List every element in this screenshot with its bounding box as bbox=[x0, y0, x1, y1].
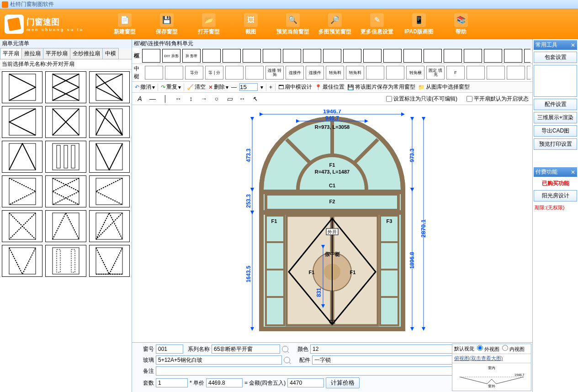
mid-item[interactable] bbox=[366, 66, 384, 79]
ribbon-help[interactable]: 📚帮助 bbox=[442, 13, 480, 36]
unit-cell[interactable] bbox=[45, 141, 86, 173]
ribbon-ipad[interactable]: 📱IPAD版画图 bbox=[400, 13, 438, 36]
check-default-open[interactable]: 平开扇默认为开启状态 bbox=[467, 95, 529, 103]
mid-item[interactable]: 固定 填充 bbox=[426, 66, 445, 79]
unit-cell[interactable] bbox=[45, 71, 86, 103]
frame-shape[interactable] bbox=[223, 49, 241, 63]
btn-export-cad[interactable]: 导出CAD图 bbox=[534, 125, 577, 137]
search-glass-icon[interactable] bbox=[284, 357, 290, 363]
btn-cover-settings[interactable]: 包套设置 bbox=[534, 52, 577, 63]
tool-cursor[interactable]: ↖ bbox=[251, 95, 259, 103]
unit-cell[interactable] bbox=[2, 141, 42, 173]
unit-cell[interactable] bbox=[89, 210, 130, 242]
btn-fitting-settings[interactable]: 配件设置 bbox=[534, 99, 577, 110]
mid-item[interactable] bbox=[386, 66, 404, 79]
ribbon-preview-multi[interactable]: 🔎多图预览窗型 bbox=[316, 13, 354, 36]
frame-shape[interactable] bbox=[202, 49, 221, 63]
tool-text[interactable]: A bbox=[136, 95, 144, 103]
canvas[interactable]: 1946.7 946.7 R=973, L=3058 F1 R=473, L=1… bbox=[132, 105, 532, 342]
ribbon-save[interactable]: 💾保存窗型 bbox=[148, 13, 186, 36]
ribbon-open[interactable]: 📂打开窗型 bbox=[190, 13, 228, 36]
input-qty[interactable] bbox=[156, 378, 188, 387]
mid-item[interactable]: 等 | 分 bbox=[205, 66, 223, 79]
redo-button[interactable]: ↷ 重复 ▾ bbox=[161, 83, 181, 91]
unit-cell[interactable] bbox=[89, 106, 130, 138]
input-unit-price[interactable] bbox=[206, 378, 243, 387]
unit-cell[interactable] bbox=[45, 245, 86, 277]
topview-title[interactable]: 俯视图(双击查看大图) bbox=[452, 354, 531, 363]
tool-arrow-v[interactable]: ↕ bbox=[187, 95, 195, 103]
frame-shape[interactable] bbox=[464, 49, 482, 63]
tab-screen-casement[interactable]: 平开纱扇 bbox=[43, 48, 70, 59]
mid-item[interactable] bbox=[467, 66, 485, 79]
frame-shape[interactable] bbox=[504, 49, 522, 63]
mid-item[interactable] bbox=[165, 66, 183, 79]
save-common-button[interactable]: 💾 将该图片保存为常用窗型 bbox=[347, 83, 415, 91]
mid-item[interactable] bbox=[145, 66, 163, 79]
calc-price-button[interactable]: 计算价格 bbox=[326, 377, 360, 388]
tab-sliding[interactable]: 推拉扇 bbox=[21, 48, 43, 59]
topview-preview[interactable]: 室内 1946.7 室外 bbox=[452, 363, 531, 391]
input-win-no[interactable] bbox=[156, 344, 183, 354]
input-amount[interactable] bbox=[287, 378, 324, 387]
frame-shape[interactable] bbox=[444, 49, 462, 63]
unit-cell[interactable] bbox=[89, 71, 130, 103]
tool-rect[interactable]: ▭ bbox=[225, 95, 233, 103]
mid-item[interactable] bbox=[507, 66, 525, 79]
undo-button[interactable]: ↶ 撤消 ▾ bbox=[135, 83, 155, 91]
ribbon-preview-current[interactable]: 🔍预览当前窗型 bbox=[274, 13, 312, 36]
check-readonly[interactable]: 设置标注为只读(不可编辑) bbox=[386, 95, 457, 103]
unit-cell[interactable] bbox=[45, 210, 86, 242]
mid-item[interactable] bbox=[225, 66, 244, 79]
mid-item[interactable] bbox=[245, 66, 264, 79]
unit-cell[interactable] bbox=[45, 175, 86, 207]
radio-outer-view[interactable]: 外视图 bbox=[477, 345, 499, 353]
btn-print-preview[interactable]: 预览打印设置 bbox=[534, 138, 577, 150]
ribbon-screenshot[interactable]: 🖼截图 bbox=[232, 13, 270, 36]
tool-line-h[interactable]: — bbox=[148, 95, 157, 103]
frame-shape[interactable]: DIY 异形 bbox=[162, 49, 180, 63]
frame-shape[interactable] bbox=[383, 49, 402, 63]
frame-shape[interactable] bbox=[323, 49, 341, 63]
frame-shape[interactable] bbox=[263, 49, 281, 63]
frame-shape[interactable] bbox=[424, 49, 442, 63]
mid-item[interactable]: 连接件 bbox=[286, 66, 304, 79]
frame-shape[interactable] bbox=[484, 49, 502, 63]
input-series[interactable] bbox=[212, 344, 280, 354]
radio-inner-view[interactable]: 内视图 bbox=[502, 345, 525, 353]
mid-item[interactable] bbox=[527, 66, 530, 79]
unit-cell[interactable] bbox=[2, 175, 42, 207]
unit-cell[interactable] bbox=[89, 175, 130, 207]
best-position-button[interactable]: 📍 最佳位置 bbox=[315, 83, 345, 91]
mid-item[interactable]: 转角料 bbox=[346, 66, 364, 79]
close-icon[interactable]: ✕ bbox=[571, 42, 575, 48]
door-drawing[interactable]: 1946.7 946.7 R=973, L=3058 F1 R=473, L=1… bbox=[234, 110, 430, 338]
unit-cell[interactable] bbox=[2, 210, 42, 242]
delete-button[interactable]: ✕ 删除 ▾ bbox=[208, 83, 228, 91]
frame-shape[interactable] bbox=[524, 49, 530, 63]
frame-shape[interactable] bbox=[142, 49, 160, 63]
tool-line-v[interactable]: │ bbox=[161, 95, 170, 103]
clear-button[interactable]: 🧹 清空 bbox=[187, 83, 206, 91]
unit-cell[interactable] bbox=[89, 245, 130, 277]
mid-item[interactable]: 连接 转角 bbox=[265, 66, 284, 79]
fan-design-button[interactable]: 🗔 扇中横设计 bbox=[278, 83, 312, 91]
mid-item[interactable]: F bbox=[446, 66, 465, 79]
frame-shape[interactable]: 异 形带 bbox=[182, 49, 201, 63]
frame-shape[interactable] bbox=[343, 49, 361, 63]
unit-cell[interactable] bbox=[89, 141, 130, 173]
unit-cell[interactable] bbox=[2, 71, 42, 103]
unit-cell[interactable] bbox=[45, 106, 86, 138]
unit-cell[interactable] bbox=[2, 106, 42, 138]
tool-arrows[interactable]: ↔ bbox=[238, 95, 246, 103]
frame-shape[interactable] bbox=[303, 49, 321, 63]
ribbon-new[interactable]: 📄新建窗型 bbox=[106, 13, 144, 36]
tab-casement[interactable]: 平开扇 bbox=[0, 48, 22, 59]
frame-shape[interactable] bbox=[403, 49, 422, 63]
mid-item[interactable] bbox=[487, 66, 505, 79]
btn-3d-render[interactable]: 三维展示+渲染 bbox=[534, 112, 577, 123]
mid-item[interactable]: 转角横 bbox=[406, 66, 424, 79]
tool-arrow-h[interactable]: ↔ bbox=[174, 95, 182, 103]
input-glass[interactable] bbox=[156, 355, 282, 365]
line-value-input[interactable] bbox=[239, 83, 258, 91]
